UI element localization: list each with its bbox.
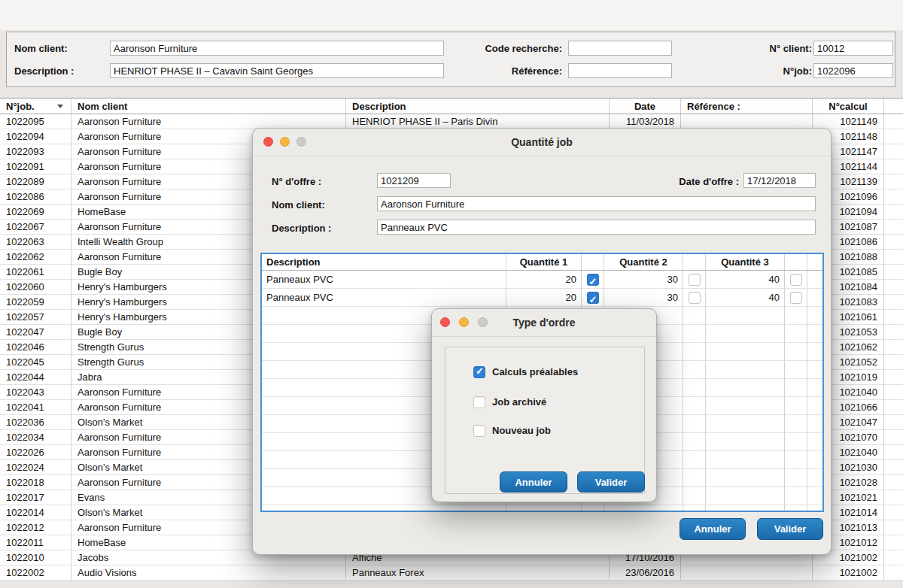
- grid-cell-check-3: [785, 433, 807, 451]
- cell-job: 1022089: [0, 174, 71, 189]
- grid-cell-filler: [807, 343, 822, 361]
- close-icon[interactable]: [440, 317, 450, 327]
- cell-filler: [884, 355, 903, 370]
- date-offre-label: Date d'offre :: [659, 174, 739, 189]
- cell-filler: [884, 159, 903, 174]
- table-row[interactable]: 1022095Aaronson FurnitureHENRIOT PHASE I…: [0, 114, 903, 129]
- header-description[interactable]: Description: [346, 99, 610, 114]
- grid-header-check-3: [785, 254, 807, 270]
- grid-cell-quantite-3: [706, 325, 785, 343]
- quantity-checkbox[interactable]: [790, 292, 802, 304]
- minimize-icon[interactable]: [459, 317, 469, 327]
- quantity-checkbox[interactable]: [587, 292, 599, 304]
- header-nom-client[interactable]: Nom client: [71, 99, 346, 114]
- reference-label: Référence:: [451, 64, 562, 79]
- grid-cell-quantite-3: [706, 307, 785, 325]
- cell-filler: [884, 189, 903, 205]
- reference-input[interactable]: [568, 63, 672, 78]
- cell-filler: [884, 129, 903, 144]
- grid-cell-check-1: [582, 289, 604, 307]
- header-njob-label: N°job.: [6, 99, 35, 114]
- dialog-description-input[interactable]: [377, 220, 816, 235]
- cell-job: 1022044: [0, 370, 71, 385]
- cell-job: 1022047: [0, 325, 71, 340]
- cell-job: 1022012: [0, 520, 71, 535]
- cell-job: 1022034: [0, 430, 71, 445]
- table-row[interactable]: 1022002Audio VisionsPanneaux Forex23/06/…: [0, 565, 903, 580]
- grid-header-check-2: [683, 254, 706, 270]
- grid-cell-check-2: [683, 289, 706, 307]
- cell-filler: [884, 265, 903, 280]
- valider-button[interactable]: Valider: [757, 518, 823, 540]
- grid-cell-check-3: [785, 415, 807, 433]
- grid-cell-quantite-3: [706, 343, 785, 361]
- grid-cell-check-3: [785, 505, 807, 512]
- option-checkbox[interactable]: [473, 425, 485, 437]
- grid-cell-quantite-3: 40: [706, 271, 785, 289]
- option-row[interactable]: Nouveau job: [473, 424, 551, 438]
- cell-job: 1022059: [0, 295, 71, 310]
- cell-calcul: 1021149: [813, 114, 884, 129]
- grid-row[interactable]: Panneaux PVC203040: [262, 289, 822, 307]
- grid-cell-check-3: [785, 397, 807, 415]
- nom-client-input[interactable]: [110, 41, 444, 56]
- cell-filler: [884, 475, 903, 490]
- grid-cell-check-2: [683, 433, 706, 451]
- option-row[interactable]: Job archivé: [473, 396, 546, 409]
- minimize-icon[interactable]: [280, 137, 290, 147]
- option-row[interactable]: Calculs préalables: [473, 365, 578, 379]
- grid-cell-check-2: [683, 307, 706, 325]
- cell-client: Audio Visions: [71, 565, 346, 580]
- cell-job: 1022046: [0, 340, 71, 355]
- grid-header-quantite-3: Quantité 3: [706, 254, 785, 270]
- cell-filler: [884, 430, 903, 445]
- grid-cell-filler: [807, 325, 822, 343]
- grid-row[interactable]: Panneaux PVC203040: [262, 271, 822, 289]
- cell-reference: [681, 565, 813, 580]
- quantity-checkbox[interactable]: [689, 274, 701, 286]
- cell-job: 1022086: [0, 189, 71, 205]
- cell-date: 23/06/2016: [610, 565, 681, 580]
- header-ncalcul[interactable]: N°calcul: [813, 99, 884, 114]
- grid-header-description: Description: [262, 254, 506, 270]
- cell-filler: [884, 400, 903, 415]
- cell-job: 1022095: [0, 114, 71, 129]
- quantity-checkbox[interactable]: [790, 274, 802, 286]
- grid-cell-filler: [807, 271, 822, 289]
- cell-filler: [884, 370, 903, 385]
- code-recherche-input[interactable]: [568, 41, 672, 56]
- option-checkbox[interactable]: [473, 396, 485, 408]
- header-reference[interactable]: Référence :: [681, 99, 813, 114]
- cell-job: 1022093: [0, 144, 71, 159]
- dialog-nom-client-input[interactable]: [377, 196, 816, 211]
- close-icon[interactable]: [263, 137, 273, 147]
- n-job-label: N°job:: [744, 64, 812, 79]
- grid-cell-quantite-1: 20: [506, 271, 582, 289]
- chevron-down-icon[interactable]: [57, 105, 63, 108]
- valider-button[interactable]: Valider: [577, 471, 645, 493]
- n-client-input[interactable]: [813, 41, 893, 56]
- cell-job: 1022091: [0, 159, 71, 174]
- header-njob[interactable]: N°job.: [0, 99, 71, 114]
- annuler-button[interactable]: Annuler: [680, 518, 746, 540]
- n-job-input[interactable]: [813, 63, 893, 78]
- grid-cell-check-3: [785, 307, 807, 325]
- cell-job: 1022045: [0, 355, 71, 370]
- annuler-button[interactable]: Annuler: [500, 471, 567, 493]
- date-offre-input[interactable]: [743, 173, 816, 188]
- cell-job: 1022002: [0, 565, 71, 580]
- cell-filler: [884, 235, 903, 250]
- grid-cell-check-2: [683, 415, 706, 433]
- offre-input[interactable]: [377, 173, 451, 188]
- description-input[interactable]: [110, 63, 444, 78]
- zoom-icon: [478, 317, 488, 327]
- quantity-checkbox[interactable]: [587, 274, 599, 286]
- cell-job: 1022017: [0, 490, 71, 505]
- header-date[interactable]: Date: [610, 99, 681, 114]
- zoom-icon: [296, 137, 306, 147]
- cell-filler: [884, 445, 903, 460]
- grid-header-check-1: [582, 254, 604, 270]
- option-checkbox[interactable]: [473, 366, 485, 378]
- quantity-checkbox[interactable]: [689, 292, 701, 304]
- grid-row[interactable]: [262, 505, 822, 512]
